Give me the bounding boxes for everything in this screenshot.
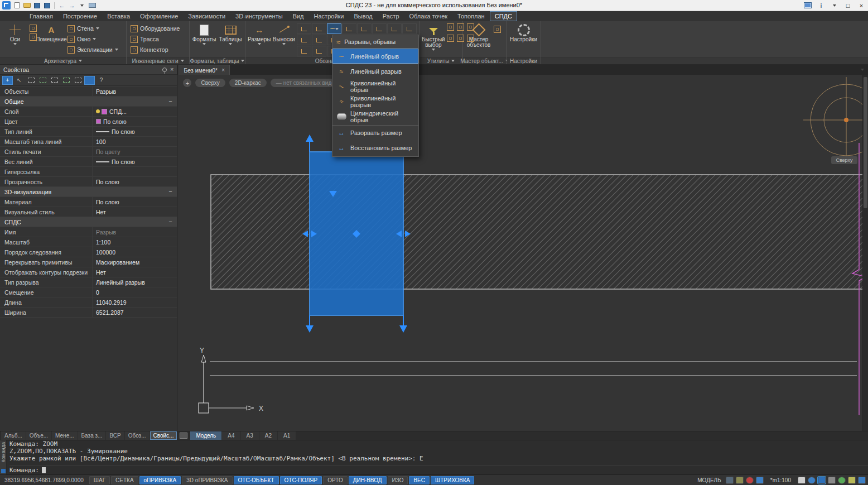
save-icon[interactable] <box>33 2 41 9</box>
fullscreen-icon[interactable] <box>858 477 866 484</box>
ribbon-tab[interactable]: Оформление <box>135 11 183 21</box>
ribbon-tab[interactable]: Зависимости <box>183 11 230 21</box>
menu-item[interactable]: Криволинейный разрыв <box>332 94 418 109</box>
property-row[interactable]: Объекты Разрыв <box>0 87 177 97</box>
panel-label-formats[interactable]: Форматы, таблицы <box>190 57 245 64</box>
status-toggle[interactable]: ОРТО <box>323 476 347 484</box>
property-row[interactable]: Порядок следования 100000 <box>0 247 177 257</box>
select-window-icon[interactable] <box>26 76 36 85</box>
command-history[interactable]: Команда: ZOOMZ,ZOOM,ПО,ПОКАЗАТЬ - Зумиро… <box>7 440 868 474</box>
notation-icon[interactable] <box>297 46 311 56</box>
break-tool-icon[interactable] <box>327 23 341 34</box>
select-fence-icon[interactable] <box>49 76 60 85</box>
nav-compass[interactable] <box>803 77 868 163</box>
status-toggle[interactable]: ШАГ <box>89 476 110 484</box>
notation-icon[interactable] <box>402 23 417 34</box>
pointer-icon[interactable]: ↖ <box>14 76 25 85</box>
zoom-window-icon[interactable] <box>818 477 826 484</box>
utility-icon[interactable] <box>447 23 454 31</box>
property-row[interactable]: Масштаб типа линий 100 <box>0 137 177 147</box>
compass-center-dot[interactable] <box>844 118 848 122</box>
workspace-icon[interactable] <box>801 0 814 11</box>
select-lasso-icon[interactable] <box>61 76 71 85</box>
wall-hatch-region[interactable] <box>211 175 866 289</box>
tab-list-button[interactable] <box>857 65 868 75</box>
maximize-button[interactable]: □ <box>841 0 855 11</box>
quick-properties-icon[interactable] <box>84 76 95 85</box>
property-row[interactable]: Визуальный стиль Нет <box>0 207 177 217</box>
sheet-set-icon[interactable] <box>180 433 187 439</box>
utility-icon[interactable] <box>457 35 464 42</box>
view-controls-expand[interactable]: + <box>183 79 191 87</box>
ribbon-tab[interactable]: Вид <box>288 11 309 21</box>
zoom-realtime-icon[interactable] <box>808 477 816 484</box>
status-toggle[interactable]: ВЕС <box>409 476 430 484</box>
scrollbar-thumb[interactable] <box>864 77 867 208</box>
info-icon[interactable]: i <box>814 0 828 11</box>
layout-tab[interactable]: A2 <box>259 431 277 440</box>
explication-button[interactable]: Экспликации <box>66 45 120 55</box>
notation-icon[interactable] <box>297 23 311 34</box>
lock-icon[interactable] <box>736 477 744 484</box>
property-row[interactable]: Общие <box>0 97 177 107</box>
ribbon-tab[interactable]: Топоплан <box>452 11 490 21</box>
status-toggle[interactable]: ШТРИХОВКА <box>431 476 474 484</box>
panel-label-utilities[interactable]: Утилиты <box>419 57 462 64</box>
menu-item[interactable]: Криволинейный обрыв <box>332 79 418 94</box>
save-all-icon[interactable] <box>43 2 51 9</box>
palette-tab[interactable]: Альб... <box>1 431 26 440</box>
close-tab-icon[interactable]: × <box>221 67 225 73</box>
menu-item[interactable]: Разорвать размер <box>332 125 418 140</box>
quick-select-button[interactable]: Быстрый выбор <box>422 22 445 51</box>
notification-icon[interactable] <box>746 477 754 484</box>
property-row[interactable]: СПДС <box>0 217 177 227</box>
menu-item[interactable]: Линейный обрыв <box>332 49 418 64</box>
drawing-canvas[interactable]: Y X <box>177 75 868 431</box>
drawing-viewport[interactable]: + Сверху 2D-каркас — нет связанных видов… <box>177 75 868 431</box>
layout-tab[interactable]: A4 <box>222 431 240 440</box>
orbit-icon[interactable] <box>838 477 846 484</box>
notation-icon[interactable] <box>372 23 387 34</box>
ribbon-tab[interactable]: Вставка <box>102 11 135 21</box>
status-toggle[interactable]: СЕТКА <box>111 476 138 484</box>
notation-icon[interactable] <box>312 35 326 45</box>
property-row[interactable]: Стиль печати По цвету <box>0 147 177 157</box>
ribbon-tab[interactable]: Вывод <box>349 11 377 21</box>
menu-item[interactable]: Цилиндрический обрыв <box>332 109 418 124</box>
notation-icon[interactable] <box>312 23 326 34</box>
property-row[interactable]: Ширина 6521.2087 <box>0 308 177 318</box>
property-row[interactable]: Тип линий По слою <box>0 127 177 137</box>
property-row[interactable]: Цвет По слою <box>0 117 177 127</box>
palette-tab[interactable]: Свойс... <box>150 431 177 440</box>
input-panel-icon[interactable] <box>756 477 764 484</box>
layout-tab[interactable]: A3 <box>241 431 259 440</box>
property-row[interactable]: Масштаб 1:100 <box>0 237 177 247</box>
ribbon-tab[interactable]: Настройки <box>309 11 349 21</box>
room-button[interactable]: А Помещение <box>38 22 64 42</box>
tables-button[interactable]: Таблицы <box>218 22 243 45</box>
property-row[interactable]: Слой СПД... <box>0 107 177 117</box>
dimensions-button[interactable]: Размеры <box>248 22 271 45</box>
status-toggle[interactable]: оПРИВЯЗКА <box>139 476 181 484</box>
pin-icon[interactable] <box>162 68 167 72</box>
break-object[interactable] <box>302 135 411 333</box>
master-tool-icon[interactable] <box>494 26 501 33</box>
annotation-scale[interactable]: *m1:100 <box>770 477 791 483</box>
ribbon-tab[interactable]: Построение <box>58 11 102 21</box>
property-row[interactable]: Тип разрыва Линейный разрыв <box>0 277 177 287</box>
property-row[interactable]: Перекрывать примитивы Маскированием <box>0 257 177 267</box>
leaders-button[interactable]: Выноски <box>273 22 295 45</box>
status-toggle[interactable]: 3D оПРИВЯЗКА <box>182 476 232 484</box>
help-icon[interactable]: ? <box>96 76 107 85</box>
command-side-tab[interactable]: Команда <box>0 440 7 474</box>
palette-tab[interactable]: База з... <box>78 431 106 440</box>
zoom-extents-icon[interactable] <box>828 477 836 484</box>
selection-filter-icon[interactable] <box>73 76 83 85</box>
utility-icon[interactable] <box>457 23 464 31</box>
palette-tab[interactable]: Объе... <box>26 431 51 440</box>
undo-icon[interactable]: ← <box>58 2 66 9</box>
ribbon-tab[interactable]: Растр <box>378 11 404 21</box>
visual-style-control[interactable]: 2D-каркас <box>229 79 267 87</box>
close-palette-icon[interactable]: × <box>170 66 173 73</box>
panel-label-settings[interactable]: Настройки <box>507 57 541 64</box>
